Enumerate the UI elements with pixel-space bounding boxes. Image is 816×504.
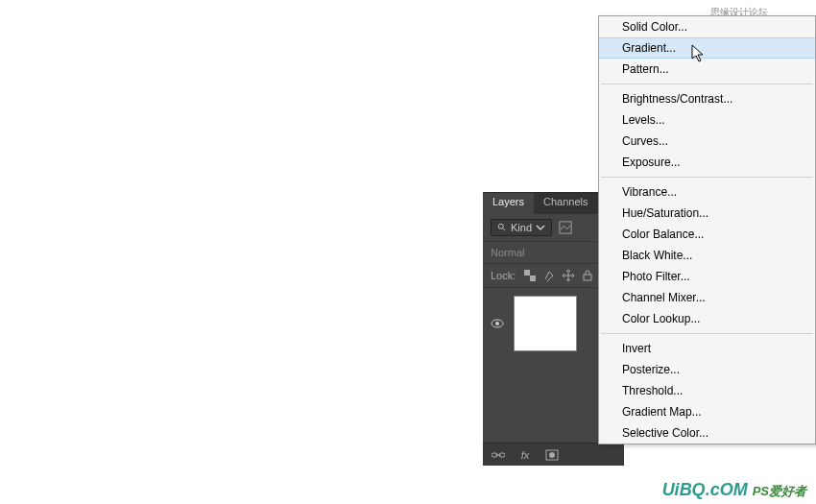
link-layers-icon[interactable] — [491, 447, 506, 463]
svg-point-0 — [498, 224, 503, 228]
menu-item-black-white[interactable]: Black White... — [599, 245, 815, 266]
svg-point-12 — [549, 452, 555, 458]
filter-image-icon[interactable] — [558, 220, 573, 235]
search-icon — [497, 223, 507, 232]
menu-item-pattern[interactable]: Pattern... — [599, 59, 815, 80]
menu-separator — [601, 177, 813, 178]
menu-item-photo-filter[interactable]: Photo Filter... — [599, 266, 815, 287]
lock-transparency-icon[interactable] — [523, 269, 537, 282]
lock-position-icon[interactable] — [562, 269, 575, 282]
lock-all-icon[interactable] — [581, 269, 594, 282]
watermark-bottom-logo: UiBQ.cOM PS爱好者 — [662, 480, 806, 500]
chevron-down-icon — [536, 223, 545, 232]
adjustment-layer-menu: Solid Color...Gradient...Pattern...Brigh… — [598, 15, 816, 444]
svg-rect-3 — [524, 270, 530, 276]
tab-channels[interactable]: Channels — [534, 193, 597, 214]
visibility-toggle-icon[interactable] — [491, 317, 504, 330]
menu-separator — [601, 84, 813, 84]
menu-item-exposure[interactable]: Exposure... — [599, 152, 815, 173]
menu-item-hue-saturation[interactable]: Hue/Saturation... — [599, 203, 815, 224]
lock-icons — [523, 269, 594, 282]
lock-pixels-icon[interactable] — [542, 269, 556, 282]
menu-item-invert[interactable]: Invert — [599, 338, 815, 359]
menu-item-gradient[interactable]: Gradient... — [599, 37, 815, 59]
tab-layers[interactable]: Layers — [483, 193, 534, 214]
menu-item-channel-mixer[interactable]: Channel Mixer... — [599, 287, 815, 308]
panel-footer: fx — [483, 443, 624, 466]
menu-item-curves[interactable]: Curves... — [599, 131, 815, 152]
svg-line-1 — [503, 228, 506, 231]
menu-item-vibrance[interactable]: Vibrance... — [599, 181, 815, 203]
menu-item-gradient-map[interactable]: Gradient Map... — [599, 401, 815, 422]
kind-filter-select[interactable]: Kind — [491, 219, 552, 236]
menu-item-color-lookup[interactable]: Color Lookup... — [599, 308, 815, 329]
menu-item-brightness-contrast[interactable]: Brightness/Contrast... — [599, 88, 815, 109]
menu-separator — [601, 333, 813, 334]
svg-point-7 — [495, 322, 499, 325]
menu-item-threshold[interactable]: Threshold... — [599, 380, 815, 401]
menu-item-solid-color[interactable]: Solid Color... — [599, 16, 815, 37]
menu-item-levels[interactable]: Levels... — [599, 109, 815, 131]
layer-thumbnail[interactable] — [514, 296, 577, 351]
layer-fx-icon[interactable]: fx — [517, 447, 533, 463]
svg-rect-4 — [530, 276, 536, 281]
lock-label: Lock: — [491, 270, 516, 281]
menu-item-selective-color[interactable]: Selective Color... — [599, 422, 815, 444]
menu-item-color-balance[interactable]: Color Balance... — [599, 224, 815, 245]
layer-mask-icon[interactable] — [544, 447, 560, 463]
kind-filter-label: Kind — [511, 222, 532, 233]
svg-rect-5 — [584, 275, 591, 280]
menu-item-posterize[interactable]: Posterize... — [599, 359, 815, 380]
